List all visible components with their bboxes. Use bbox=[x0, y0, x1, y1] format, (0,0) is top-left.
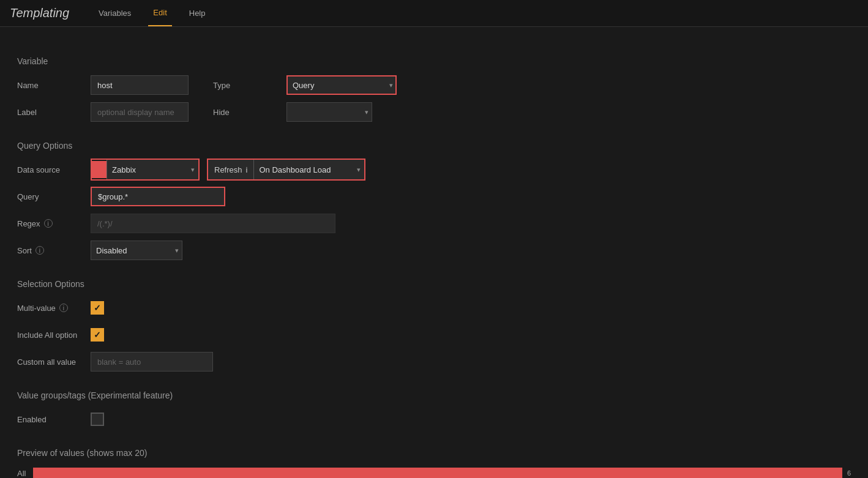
label-input[interactable] bbox=[91, 102, 189, 122]
variable-name-type-row: Name Type Query Custom Constant Interval… bbox=[17, 73, 851, 97]
app-title: Templating bbox=[10, 6, 69, 20]
label-hide-row: Label Hide Label Variable bbox=[17, 100, 851, 124]
nav-help[interactable]: Help bbox=[184, 0, 211, 26]
hide-select-wrapper: Label Variable bbox=[286, 102, 372, 122]
multivalue-row: Multi-value i bbox=[17, 296, 851, 319]
preview-all-label: All bbox=[17, 469, 26, 478]
refresh-text: Refresh bbox=[214, 165, 242, 174]
sort-select[interactable]: Disabled Alphabetical (asc) Alphabetical… bbox=[91, 241, 182, 260]
regex-info-icon[interactable]: i bbox=[44, 219, 53, 228]
custom-all-row: Custom all value bbox=[17, 350, 851, 373]
enabled-label: Enabled bbox=[17, 415, 91, 424]
top-nav: Templating Variables Edit Help bbox=[0, 0, 868, 27]
sort-info-icon[interactable]: i bbox=[36, 246, 44, 255]
name-input[interactable] bbox=[91, 75, 189, 95]
refresh-select-wrapper: Never On Dashboard Load On Time Range Ch… bbox=[254, 160, 364, 179]
hide-select[interactable]: Label Variable bbox=[286, 102, 372, 122]
datasource-select-wrapper: Zabbix bbox=[107, 160, 198, 179]
sort-row: Sort i Disabled Alphabetical (asc) Alpha… bbox=[17, 239, 851, 262]
regex-input[interactable] bbox=[91, 214, 335, 233]
preview-count: 6 bbox=[847, 469, 851, 477]
hide-label: Hide bbox=[213, 108, 286, 117]
include-all-checkbox[interactable] bbox=[91, 328, 104, 342]
main-content: Variable Name Type Query Custom Constant… bbox=[0, 27, 868, 478]
datasource-refresh-row: Data source Zabbix Refresh i Never On Da… bbox=[17, 158, 851, 181]
regex-row: Regex i bbox=[17, 212, 851, 235]
query-options-header: Query Options bbox=[17, 141, 851, 151]
value-groups-header: Value groups/tags (Experimental feature) bbox=[17, 390, 851, 400]
nav-edit[interactable]: Edit bbox=[148, 0, 171, 26]
sort-label: Sort i bbox=[17, 246, 91, 255]
query-label: Query bbox=[17, 192, 91, 201]
multivalue-info-icon[interactable]: i bbox=[59, 304, 68, 312]
multivalue-label: Multi-value i bbox=[17, 304, 91, 313]
type-label: Type bbox=[213, 81, 286, 90]
datasource-label: Data source bbox=[17, 165, 91, 174]
enabled-row: Enabled bbox=[17, 408, 851, 431]
custom-all-input[interactable] bbox=[91, 352, 213, 372]
type-select-wrapper: Query Custom Constant Interval Ad hoc fi… bbox=[286, 75, 397, 95]
enabled-checkbox[interactable] bbox=[91, 413, 104, 426]
datasource-select[interactable]: Zabbix bbox=[107, 160, 198, 179]
refresh-select[interactable]: Never On Dashboard Load On Time Range Ch… bbox=[254, 160, 364, 179]
selection-options-header: Selection Options bbox=[17, 279, 851, 289]
type-select[interactable]: Query Custom Constant Interval Ad hoc fi… bbox=[286, 75, 397, 95]
preview-header: Preview of values (shows max 20) bbox=[17, 448, 851, 458]
refresh-label-box: Refresh i bbox=[208, 160, 254, 179]
preview-bar bbox=[33, 468, 842, 478]
refresh-container: Refresh i Never On Dashboard Load On Tim… bbox=[207, 159, 365, 181]
query-value-box: $group.* bbox=[91, 187, 225, 206]
label-label: Label bbox=[17, 108, 91, 117]
datasource-container: Zabbix bbox=[91, 159, 200, 181]
query-value: $group.* bbox=[98, 192, 128, 201]
datasource-color-indicator bbox=[92, 161, 107, 178]
regex-label: Regex i bbox=[17, 219, 91, 228]
preview-all-row: All 6 bbox=[17, 465, 851, 478]
variable-section-header: Variable bbox=[17, 56, 851, 66]
multivalue-checkbox[interactable] bbox=[91, 301, 104, 315]
query-row: Query $group.* bbox=[17, 185, 851, 208]
nav-variables[interactable]: Variables bbox=[94, 0, 136, 26]
include-all-label: Include All option bbox=[17, 330, 91, 340]
name-label: Name bbox=[17, 81, 91, 90]
custom-all-label: Custom all value bbox=[17, 357, 91, 367]
include-all-row: Include All option bbox=[17, 323, 851, 346]
refresh-info-icon[interactable]: i bbox=[246, 165, 248, 174]
sort-select-wrapper: Disabled Alphabetical (asc) Alphabetical… bbox=[91, 241, 182, 260]
